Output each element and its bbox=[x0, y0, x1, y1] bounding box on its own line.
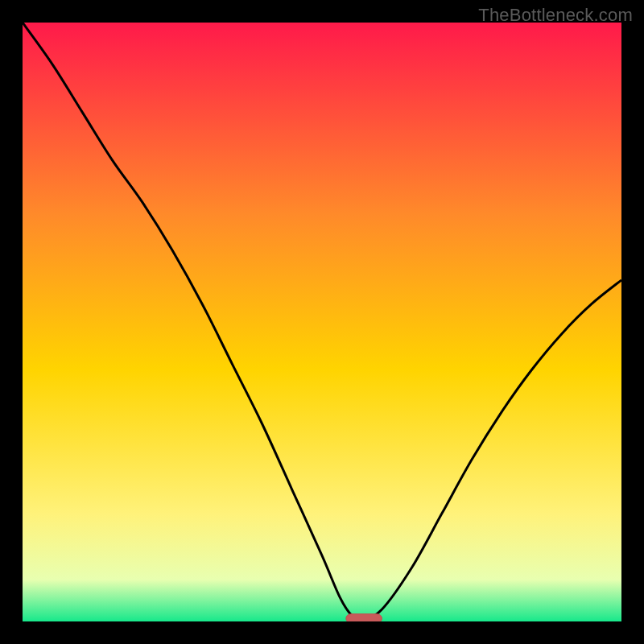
plot-svg bbox=[23, 23, 621, 621]
gradient-background bbox=[23, 23, 621, 621]
watermark-text: TheBottleneck.com bbox=[478, 5, 633, 26]
optimum-marker bbox=[346, 614, 382, 621]
plot-area bbox=[23, 23, 621, 621]
chart-frame: TheBottleneck.com bbox=[0, 0, 644, 644]
